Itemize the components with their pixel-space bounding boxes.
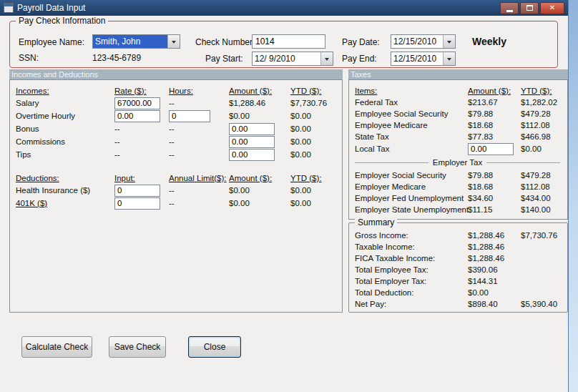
overtime-hours-input[interactable] bbox=[169, 110, 210, 122]
summary-label: Total Employee Tax: bbox=[355, 265, 468, 274]
tax-ytd: $140.00 bbox=[521, 205, 567, 214]
pay-end-datepicker[interactable]: 12/15/2010 bbox=[391, 52, 456, 66]
deduction-amount: $0.00 bbox=[229, 199, 290, 207]
income-label: Overtime Hourly bbox=[16, 112, 114, 120]
tax-row-employer-state-unemployment: Employer State Unemployment $11.15 $140.… bbox=[355, 204, 567, 215]
income-ytd: $0.00 bbox=[290, 124, 342, 133]
tax-row-employee-medicare: Employee Medicare $18.68 $112.08 bbox=[355, 119, 567, 131]
minimize-button[interactable] bbox=[500, 2, 519, 14]
tax-label: Employer Social Security bbox=[355, 171, 468, 180]
summary-row-fica-taxable-income: FICA Taxable Income: $1,288.46 bbox=[355, 253, 567, 264]
income-ytd: $7,730.76 bbox=[290, 99, 342, 107]
income-row-commissions: Commissions -- -- $0.00 bbox=[16, 135, 342, 148]
pay-start-dropdown-icon[interactable] bbox=[320, 52, 333, 65]
tax-ytd: $0.00 bbox=[521, 144, 567, 153]
column-header-ytd: YTD ($): bbox=[290, 174, 342, 182]
column-header-ytd: YTD ($): bbox=[290, 87, 342, 95]
summary-label: Total Deduction: bbox=[355, 288, 468, 297]
minimize-icon bbox=[506, 10, 513, 12]
taxes-panel: Items: Amount ($): YTD ($): Federal Tax … bbox=[348, 79, 568, 220]
close-dialog-button[interactable]: Close bbox=[188, 336, 241, 358]
pay-date-value: 12/15/2010 bbox=[391, 35, 443, 48]
income-rate: -- bbox=[114, 137, 169, 146]
summary-label: Gross Income: bbox=[355, 231, 468, 240]
tax-label: State Tax bbox=[355, 132, 468, 141]
close-icon: ✕ bbox=[549, 4, 555, 11]
summary-table: Gross Income: $1,288.46 $7,730.76 Taxabl… bbox=[349, 223, 567, 310]
column-header-hours: Hours: bbox=[169, 87, 229, 95]
pay-date-dropdown-icon[interactable] bbox=[443, 35, 455, 48]
income-label: Tips bbox=[16, 150, 114, 159]
income-ytd: $0.00 bbox=[290, 150, 342, 159]
tax-ytd: $1,282.02 bbox=[521, 98, 567, 107]
income-hours: -- bbox=[169, 99, 229, 107]
employee-name-combobox[interactable]: Smith, John bbox=[92, 34, 180, 49]
summary-ytd: $7,730.76 bbox=[521, 231, 567, 240]
close-button[interactable]: ✕ bbox=[540, 2, 564, 14]
pay-end-dropdown-icon[interactable] bbox=[443, 52, 455, 65]
calculate-check-button[interactable]: Calculate Check bbox=[21, 336, 92, 358]
tax-row-federal: Federal Tax $213.67 $1,282.02 bbox=[355, 97, 567, 108]
k401-input[interactable] bbox=[114, 197, 160, 210]
summary-amount: $1,288.46 bbox=[468, 231, 521, 240]
tax-label: Federal Tax bbox=[355, 98, 468, 107]
income-label: Salary bbox=[16, 99, 114, 107]
deduction-amount: $0.00 bbox=[229, 186, 290, 195]
column-header-amount: Amount ($): bbox=[468, 87, 521, 95]
pay-start-label: Pay Start: bbox=[205, 54, 243, 64]
deduction-label: Health Insurance ($) bbox=[16, 186, 114, 195]
deductions-header-row: Deductions: Input: Annual Limit($): Amou… bbox=[16, 172, 342, 184]
column-header-input: Input: bbox=[114, 174, 169, 182]
employee-name-value: Smith, John bbox=[93, 35, 167, 48]
incomes-deductions-panel: Incomes: Rate ($): Hours: Amount ($): YT… bbox=[9, 79, 343, 313]
income-label: Commissions bbox=[16, 137, 114, 146]
summary-ytd: $5,390.40 bbox=[521, 300, 567, 308]
tax-label: Employee Medicare bbox=[355, 121, 468, 129]
summary-row-total-employer-tax: Total Employer Tax: $144.31 bbox=[355, 275, 567, 287]
tips-amount-input[interactable] bbox=[229, 149, 275, 161]
payroll-window: Payroll Data Input ✕ Pay Check Informati… bbox=[0, 0, 569, 392]
tax-label: Employee Social Security bbox=[355, 109, 468, 118]
column-header-ytd: YTD ($): bbox=[521, 87, 567, 95]
summary-amount: $898.40 bbox=[468, 300, 521, 308]
summary-amount: $0.00 bbox=[468, 288, 521, 297]
summary-group-title: Summary bbox=[355, 217, 397, 227]
column-header-rate: Rate ($): bbox=[114, 87, 169, 95]
summary-amount: $390.06 bbox=[468, 265, 521, 274]
deduction-row-health-insurance: Health Insurance ($) -- $0.00 $0.00 bbox=[16, 184, 342, 197]
maximize-button[interactable] bbox=[520, 2, 539, 14]
incomes-deductions-section-header: Incomes and Deductions bbox=[9, 69, 343, 79]
check-number-input[interactable] bbox=[252, 34, 325, 49]
pay-start-value: 12/ 9/2010 bbox=[253, 52, 320, 65]
summary-label: Net Pay: bbox=[355, 300, 468, 308]
column-header-deductions: Deductions: bbox=[16, 174, 114, 182]
local-tax-input[interactable] bbox=[468, 143, 514, 155]
commissions-amount-input[interactable] bbox=[229, 136, 275, 148]
paycheck-group-title: Pay Check Information bbox=[16, 16, 108, 26]
save-check-button[interactable]: Save Check bbox=[109, 336, 166, 358]
salary-rate-input[interactable] bbox=[114, 97, 160, 109]
incomes-header-row: Incomes: Rate ($): Hours: Amount ($): YT… bbox=[16, 84, 342, 97]
tax-ytd: $112.08 bbox=[521, 121, 567, 129]
deduction-label-401k-link[interactable]: 401K ($) bbox=[16, 199, 114, 207]
health-insurance-input[interactable] bbox=[114, 185, 160, 197]
tax-ytd: $479.28 bbox=[521, 171, 567, 180]
pay-start-datepicker[interactable]: 12/ 9/2010 bbox=[252, 52, 333, 66]
employee-name-label: Employee Name: bbox=[19, 37, 84, 47]
tax-amount: $18.68 bbox=[468, 121, 521, 129]
maximize-icon bbox=[526, 5, 533, 11]
pay-end-label: Pay End: bbox=[342, 54, 377, 64]
tax-amount: $213.67 bbox=[468, 98, 521, 107]
app-icon bbox=[4, 3, 14, 13]
income-amount: $1,288.46 bbox=[229, 99, 290, 107]
tax-amount: $11.15 bbox=[468, 205, 521, 214]
employer-tax-separator: Employer Tax bbox=[355, 155, 560, 170]
ssn-label: SSN: bbox=[19, 53, 39, 63]
employee-name-dropdown-icon[interactable] bbox=[167, 35, 180, 48]
pay-date-datepicker[interactable]: 12/15/2010 bbox=[391, 34, 456, 49]
bonus-amount-input[interactable] bbox=[229, 123, 275, 135]
overtime-rate-input[interactable] bbox=[114, 110, 160, 122]
summary-label: Taxable Income: bbox=[355, 242, 468, 251]
tax-row-employee-social-security: Employee Social Security $79.88 $479.28 bbox=[355, 108, 567, 119]
pay-frequency-label: Weekly bbox=[472, 36, 506, 47]
